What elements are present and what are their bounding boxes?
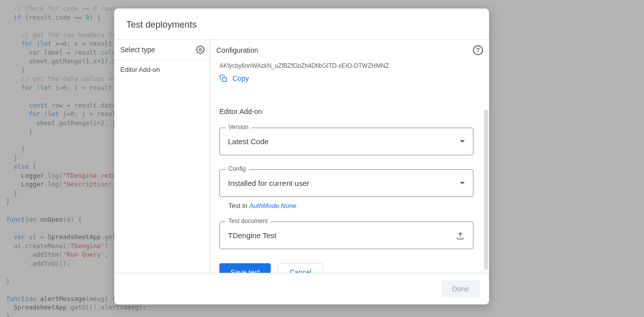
authmode-hint: Test in AuthMode.None <box>219 202 480 209</box>
save-test-button[interactable]: Save test <box>219 263 271 273</box>
config-select[interactable]: Installed for current user <box>219 169 473 197</box>
gear-icon[interactable] <box>196 45 205 54</box>
config-field: Config Installed for current user <box>219 169 480 197</box>
dialog-title: Test deployments <box>114 9 489 40</box>
editor-addon-section-title: Editor Add-on <box>219 108 480 116</box>
deployment-id: AKfycby6nnWAzkN_uZfBZfGbZh4DfibGITD-xEIO… <box>219 62 480 69</box>
test-deployments-dialog: Test deployments Select type Editor Add-… <box>114 9 489 304</box>
dialog-footer: Done <box>114 273 489 304</box>
sidebar: Select type Editor Add-on <box>114 40 210 273</box>
test-document-label: Test document <box>225 218 271 225</box>
config-header: Configuration ? <box>210 40 489 61</box>
configuration-label: Configuration <box>216 46 258 54</box>
test-document-field: Test document TDengine Test <box>219 222 480 249</box>
svg-rect-1 <box>222 77 226 81</box>
version-field: Version Latest Code <box>219 128 480 155</box>
dialog-body: Select type Editor Add-on Configuration … <box>114 40 489 273</box>
chevron-down-icon <box>460 140 465 143</box>
config-value: Installed for current user <box>228 179 309 187</box>
configuration-panel: Configuration ? AKfycby6nnWAzkN_uZfBZfGb… <box>210 40 489 273</box>
button-row: Save test Cancel <box>219 263 480 273</box>
select-type-label: Select type <box>120 46 155 54</box>
copy-icon <box>219 74 227 82</box>
sidebar-item-editor-addon[interactable]: Editor Add-on <box>114 60 210 79</box>
scrollbar[interactable] <box>484 64 488 270</box>
config-body: AKfycby6nnWAzkN_uZfBZfGbZh4DfibGITD-xEIO… <box>210 61 489 273</box>
copy-label: Copy <box>232 74 249 82</box>
cancel-button[interactable]: Cancel <box>278 263 323 273</box>
upload-icon[interactable] <box>456 231 465 240</box>
version-select[interactable]: Latest Code <box>219 128 473 155</box>
sidebar-header: Select type <box>114 40 210 60</box>
version-value: Latest Code <box>228 137 269 146</box>
test-document-input[interactable]: TDengine Test <box>219 222 473 249</box>
version-label: Version <box>225 124 252 131</box>
chevron-down-icon <box>460 182 465 184</box>
test-document-value: TDengine Test <box>228 231 276 240</box>
done-button[interactable]: Done <box>441 280 480 297</box>
svg-point-0 <box>199 49 202 51</box>
authmode-link[interactable]: AuthMode.None <box>249 202 296 209</box>
scrollbar-thumb[interactable] <box>484 110 488 270</box>
help-icon[interactable]: ? <box>473 45 483 55</box>
copy-button[interactable]: Copy <box>219 74 480 82</box>
config-label: Config <box>225 165 249 172</box>
